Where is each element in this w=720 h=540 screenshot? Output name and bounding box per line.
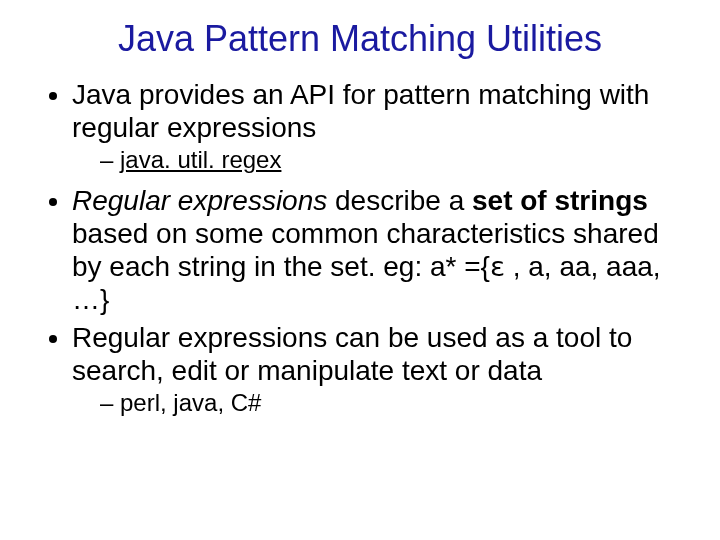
- bullet-1: Java provides an API for pattern matchin…: [72, 78, 690, 174]
- bullet-2-mid: describe a: [327, 185, 472, 216]
- bullet-1-text: Java provides an API for pattern matchin…: [72, 79, 649, 143]
- bullet-3-sub-text: perl, java, C#: [120, 389, 261, 416]
- bullet-3-text: Regular expressions can be used as a too…: [72, 322, 632, 386]
- bullet-3-sub: perl, java, C#: [100, 389, 690, 417]
- bullet-3: Regular expressions can be used as a too…: [72, 321, 690, 417]
- bullet-2-italic: Regular expressions: [72, 185, 327, 216]
- bullet-1-sub: java. util. regex: [100, 146, 690, 174]
- bullet-1-sublist: java. util. regex: [72, 146, 690, 174]
- bullet-2: Regular expressions describe a set of st…: [72, 184, 690, 316]
- bullet-list: Java provides an API for pattern matchin…: [30, 78, 690, 417]
- bullet-3-sublist: perl, java, C#: [72, 389, 690, 417]
- slide-title: Java Pattern Matching Utilities: [30, 18, 690, 60]
- epsilon-symbol: ɛ: [490, 251, 505, 282]
- regex-package-link: java. util. regex: [120, 146, 281, 173]
- slide: Java Pattern Matching Utilities Java pro…: [0, 0, 720, 540]
- bullet-2-bold: set of strings: [472, 185, 648, 216]
